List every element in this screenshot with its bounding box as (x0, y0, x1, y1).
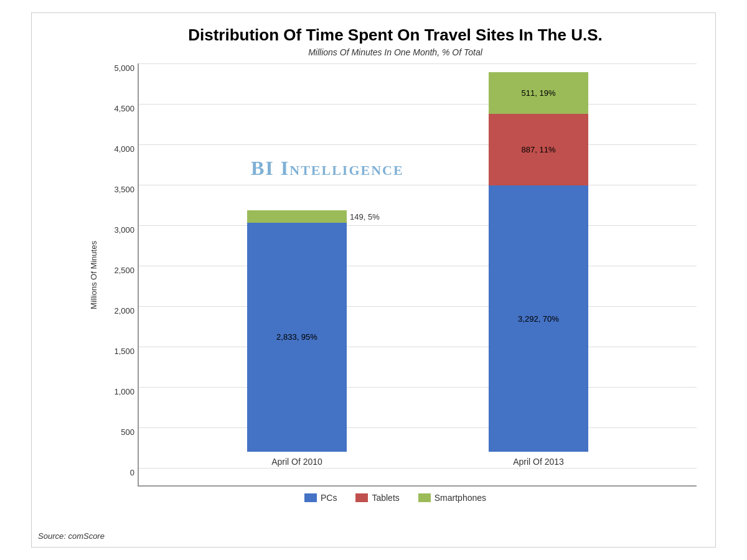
y-tick: 5,000 (114, 63, 134, 73)
y-tick: 0 (130, 468, 134, 477)
legend-label-tablets: Tablets (372, 493, 399, 503)
y-tick: 1,500 (114, 347, 134, 356)
chart-title: Distribution Of Time Spent On Travel Sit… (94, 26, 697, 45)
y-tick: 2,000 (114, 306, 134, 315)
chart-area: Millions Of Minutes 5,0004,5004,0003,500… (94, 63, 697, 487)
stacked-bar: 2,833, 95%149, 5% (247, 210, 347, 452)
source-text: Source: comScore (38, 531, 105, 541)
bar-label: 887, 11% (522, 145, 556, 154)
x-axis-label: April Of 2013 (513, 457, 564, 467)
chart-subtitle: Millions Of Minutes In One Month, % Of T… (94, 47, 697, 57)
legend-label-smartphones: Smartphones (435, 493, 486, 503)
y-tick: 3,500 (114, 185, 134, 194)
bar-group: 2,833, 95%149, 5%April Of 2010 (247, 210, 347, 467)
y-tick: 1,000 (114, 387, 134, 396)
y-axis-label: Millions Of Minutes (89, 241, 98, 309)
y-tick: 4,500 (114, 104, 134, 113)
y-axis: Millions Of Minutes 5,0004,5004,0003,500… (94, 63, 138, 487)
grid-line (139, 468, 697, 469)
plot-area: 2,833, 95%149, 5%April Of 20103,292, 70%… (138, 63, 697, 487)
y-tick: 500 (121, 427, 134, 437)
bars-wrapper: 2,833, 95%149, 5%April Of 20103,292, 70%… (139, 63, 697, 467)
legend-color-tablets (355, 493, 368, 502)
legend-label-pcs: PCs (321, 493, 337, 503)
bar-segment-pcs: 3,292, 70% (489, 185, 588, 452)
bar-label: 2,833, 95% (276, 332, 317, 342)
chart-container: Distribution Of Time Spent On Travel Sit… (31, 12, 716, 548)
bar-label: 511, 19% (522, 88, 556, 98)
bar-label-outside: 149, 5% (350, 212, 380, 222)
legend-color-pcs (304, 493, 317, 502)
x-axis-label: April Of 2010 (271, 457, 322, 467)
legend-item-pcs: PCs (304, 493, 337, 503)
y-tick: 2,500 (114, 266, 134, 275)
stacked-bar: 3,292, 70%887, 11%511, 19% (489, 72, 588, 452)
y-tick: 4,000 (114, 144, 134, 154)
bar-segment-pcs: 2,833, 95% (247, 223, 347, 452)
legend-item-smartphones: Smartphones (418, 493, 486, 503)
y-tick: 3,000 (114, 225, 134, 235)
bi-watermark-text: BI Intelligence (251, 157, 404, 179)
legend-item-tablets: Tablets (355, 493, 399, 503)
legend-color-smartphones (418, 493, 431, 502)
legend: PCsTabletsSmartphones (94, 493, 697, 503)
bar-label: 3,292, 70% (518, 314, 559, 324)
bar-segment-smartphones: 511, 19% (489, 72, 588, 113)
bi-watermark: BI Intelligence (251, 157, 404, 180)
bar-segment-smartphones: 149, 5% (247, 210, 347, 222)
bar-group: 3,292, 70%887, 11%511, 19%April Of 2013 (489, 72, 588, 467)
bar-segment-tablets: 887, 11% (489, 114, 588, 185)
